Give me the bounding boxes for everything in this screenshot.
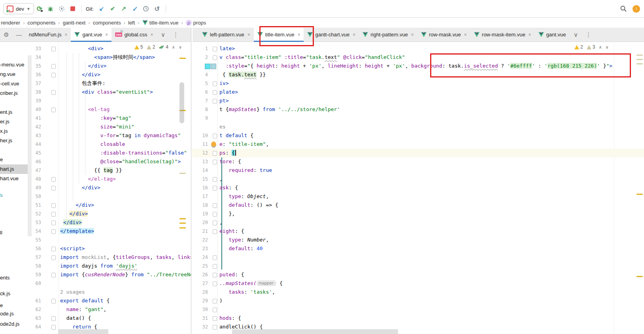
fold-marker-icon[interactable] xyxy=(213,55,217,60)
code-line[interactable]: 10t default { xyxy=(192,131,644,140)
fold-marker-icon[interactable] xyxy=(213,264,217,269)
tab-options-menu[interactable]: ⋮ xyxy=(169,28,182,42)
code-line[interactable]: 24 xyxy=(192,253,644,262)
sidebar-file-item[interactable]: ode.js xyxy=(0,309,28,319)
fold-marker-icon[interactable] xyxy=(51,299,56,304)
code-line[interactable]: 42 size="mini" xyxy=(32,123,191,131)
tab-list-dropdown[interactable]: ∨ xyxy=(570,28,582,42)
code-line[interactable]: 62 name: "gant", xyxy=(32,305,191,314)
fold-marker-icon[interactable] xyxy=(213,151,217,156)
close-icon[interactable]: × xyxy=(353,32,355,38)
breadcrumb-item[interactable]: gantt-next xyxy=(62,20,87,26)
close-icon[interactable]: × xyxy=(529,32,531,38)
git-update-button[interactable]: ↙ xyxy=(96,4,107,14)
fold-marker-icon[interactable] xyxy=(51,73,56,77)
code-line[interactable]: 50 xyxy=(32,192,191,201)
fold-marker-icon[interactable] xyxy=(213,325,217,330)
close-icon[interactable]: × xyxy=(247,32,250,38)
next-problem-icon[interactable]: ∨ xyxy=(179,45,182,50)
fold-marker-icon[interactable] xyxy=(51,325,56,330)
intention-bulb-icon[interactable] xyxy=(211,142,216,148)
code-line[interactable]: 45 :disable-transitions="false" xyxy=(32,149,191,157)
close-icon[interactable]: × xyxy=(411,32,414,38)
code-line[interactable]: 54</template> xyxy=(32,227,191,236)
tab-left-pattern.vue[interactable]: left-pattern.vue× xyxy=(198,28,254,42)
color-swatch[interactable] xyxy=(205,64,210,69)
sidebar-file-item[interactable]: ents xyxy=(0,273,28,283)
code-line[interactable]: 29) xyxy=(192,296,644,305)
tab-row-mask.vue[interactable]: row-mask.vue× xyxy=(417,28,470,42)
code-line[interactable]: 58import dayjs from 'dayjs' xyxy=(32,262,191,270)
run-config-selector[interactable]: dev ▼ xyxy=(3,3,34,14)
code-line[interactable]: 16ask: { xyxy=(192,183,644,192)
fold-marker-icon[interactable] xyxy=(213,203,217,208)
tab-options-menu[interactable]: ⋮ xyxy=(582,28,595,42)
fold-marker-icon[interactable] xyxy=(51,316,56,321)
code-line[interactable]: 34 <span>持续时间</span> xyxy=(32,53,191,62)
inspections-widget-left[interactable]: 52✔✔4 ∧ ∨ xyxy=(132,43,184,51)
tab-list-dropdown[interactable]: ∨ xyxy=(157,28,169,42)
close-icon[interactable]: × xyxy=(464,32,467,38)
sidebar-file-item[interactable]: e xyxy=(0,155,28,164)
code-line[interactable]: 25 xyxy=(192,262,644,270)
inspection-warning[interactable]: 2 xyxy=(574,44,583,50)
git-merge-button[interactable] xyxy=(129,4,140,14)
sidebar-file-item[interactable]: ent.js xyxy=(0,108,28,117)
inspection-weak-warning[interactable]: 2 xyxy=(147,44,155,50)
sidebar-file-item[interactable]: hart.js xyxy=(0,164,28,174)
code-line[interactable]: 6plate> xyxy=(192,88,644,96)
close-icon[interactable]: × xyxy=(64,32,67,38)
breadcrumb-item[interactable]: pprops xyxy=(185,20,207,26)
update-notification-icon[interactable]: ↑ xyxy=(633,5,640,13)
inspection-resolved[interactable]: ✔✔4 xyxy=(159,44,168,50)
code-line[interactable]: 9 xyxy=(192,114,644,123)
fold-marker-icon[interactable] xyxy=(213,255,217,260)
sidebar-file-item[interactable]: ll xyxy=(0,228,28,238)
tab-row-mask-item.vue[interactable]: row-mask-item.vue× xyxy=(470,28,535,42)
code-line[interactable]: 49 </div> xyxy=(32,183,191,192)
color-swatch[interactable] xyxy=(211,64,216,69)
code-line[interactable]: 18 default: () => { xyxy=(192,201,644,209)
code-line[interactable]: 31hods: { xyxy=(192,314,644,323)
hide-panel-button[interactable]: — xyxy=(13,28,25,42)
code-line[interactable]: 14 required: true xyxy=(192,166,644,175)
code-line[interactable]: 44 closable xyxy=(32,140,191,149)
code-line[interactable]: 40 <el-tag xyxy=(32,105,191,114)
fold-marker-icon[interactable] xyxy=(51,221,56,225)
fold-marker-icon[interactable] xyxy=(51,273,56,277)
stop-button[interactable] xyxy=(67,4,78,14)
tab-global.css[interactable]: cssglobal.css× xyxy=(111,28,157,42)
rerun-button[interactable]: ⟳ xyxy=(34,4,45,14)
sidebar-file-item[interactable]: her.js xyxy=(0,136,28,145)
code-line[interactable]: 64 return { xyxy=(32,323,191,331)
fold-marker-icon[interactable] xyxy=(51,64,56,69)
run-with-coverage-button[interactable] xyxy=(56,4,67,14)
breadcrumb-item[interactable]: components xyxy=(92,20,122,26)
close-icon[interactable]: × xyxy=(150,32,153,38)
code-line[interactable]: 32andleClick() { xyxy=(192,323,644,331)
sidebar-file-item[interactable]: hart.vue xyxy=(0,174,28,183)
code-line[interactable]: 37 包含事件: xyxy=(32,79,191,88)
code-line[interactable]: 19 }, xyxy=(192,209,644,218)
code-line[interactable]: 46 @close="handleClose(tag)"> xyxy=(32,157,191,166)
code-line[interactable]: 27..mapStates(mapper: { xyxy=(192,279,644,288)
tab-ndMenuFun.js[interactable]: ndMenuFun.js× xyxy=(25,28,71,42)
sidebar-file-item[interactable]: s xyxy=(0,191,28,200)
fold-marker-icon[interactable] xyxy=(51,177,56,182)
code-line[interactable]: 20, xyxy=(192,218,644,227)
fold-marker-icon[interactable] xyxy=(213,281,217,286)
fold-marker-icon[interactable] xyxy=(51,108,56,112)
fold-marker-icon[interactable] xyxy=(213,81,217,86)
code-line[interactable]: 53 </div> xyxy=(32,218,191,227)
code-line[interactable]: 52 </div> xyxy=(32,209,191,218)
code-line[interactable]: 2 usages xyxy=(32,288,191,296)
code-line[interactable]: 17 type: Object, xyxy=(192,192,644,201)
code-line[interactable]: 7pt> xyxy=(192,96,644,105)
fold-marker-icon[interactable] xyxy=(213,229,217,234)
code-line[interactable]: 47 {{ tag }} xyxy=(32,166,191,175)
git-push-button[interactable]: ↗ xyxy=(118,4,129,14)
sidebar-file-item[interactable]: ck.js xyxy=(0,289,28,298)
left-editor[interactable]: 33 <div>34 <span>持续时间</span>35 </div>36 … xyxy=(32,42,191,334)
scrollbar-thumb[interactable] xyxy=(179,82,184,123)
fold-marker-icon[interactable] xyxy=(213,134,217,138)
